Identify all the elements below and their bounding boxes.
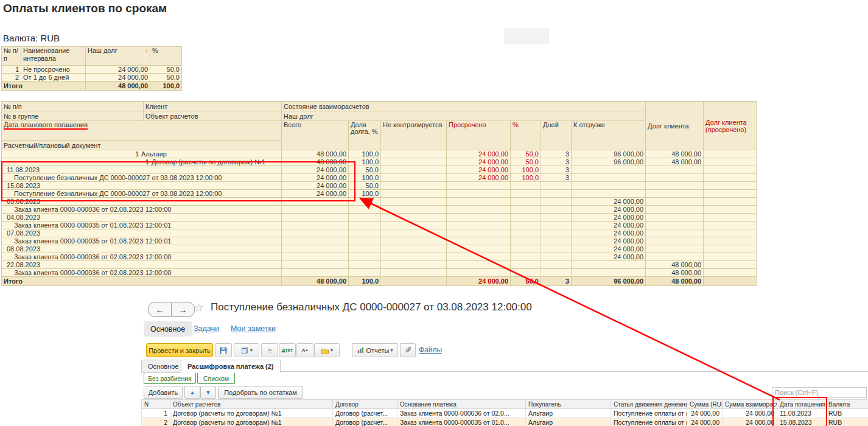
cell-overdue-pct[interactable] (511, 269, 541, 277)
payment-cell[interactable]: Заказ клиента 0000-000035 от 01.0... (397, 418, 526, 426)
summary-row[interactable]: 2От 1 до 6 дней24 000,0050,0 (2, 74, 182, 82)
payment-cell[interactable]: Альтаир (526, 409, 611, 418)
row-label-cell[interactable]: Заказ клиента 0000-000036 от 02.08.2023 … (2, 253, 282, 261)
payment-cell[interactable]: 24 000,00 (723, 418, 777, 426)
cell-client-debt[interactable] (646, 237, 704, 245)
cell-days[interactable] (541, 206, 572, 214)
row-label-cell[interactable]: Поступление безналичных ДС 0000-000027 о… (2, 174, 282, 182)
summary-cell-interval[interactable]: Не просрочено (21, 66, 86, 74)
cell-share[interactable]: 100,0 (349, 150, 381, 158)
cell-not-controlled[interactable] (381, 229, 447, 237)
save-button[interactable] (215, 343, 232, 357)
cell-days[interactable] (541, 245, 572, 253)
payment-row[interactable]: 1Договор (расчеты по договорам) №1Догово… (142, 409, 868, 418)
cell-client-debt[interactable] (646, 190, 704, 198)
cell-to-ship[interactable]: 96 000,00 (572, 150, 646, 158)
main-total-row[interactable]: Итого 48 000,00 100,0 24 000,00 50,0 3 9… (2, 277, 757, 286)
main-row-date[interactable]: 03.08.202324 000,00 (2, 198, 757, 206)
summary-cell-num[interactable]: 2 (2, 74, 21, 82)
payment-cell[interactable]: Договор (расчеты по договорам) №1 (170, 418, 333, 426)
col-header-interval[interactable]: Наименование интервала (21, 47, 86, 66)
cell-client-debt[interactable] (646, 182, 704, 190)
cell-client-debt-overdue[interactable] (704, 237, 757, 245)
tab-payment-details[interactable]: Расшифровка платежа (2) (181, 360, 281, 373)
cell-to-ship[interactable] (572, 174, 646, 182)
row-label-cell[interactable]: 08.08.2023 (2, 245, 282, 253)
pick-by-balance-button[interactable]: Подобрать по остаткам (218, 386, 303, 399)
main-row-doc[interactable]: Заказ клиента 0000-000035 от 01.08.2023 … (2, 222, 757, 229)
row-label-cell[interactable]: 07.08.2023 (2, 229, 282, 237)
payment-col-header[interactable]: N (142, 400, 170, 409)
cell-client-debt-overdue[interactable] (704, 190, 757, 198)
cell-total[interactable] (282, 261, 349, 269)
cell-total[interactable]: 48 000,00 (282, 150, 349, 158)
cell-days[interactable] (541, 214, 572, 222)
payment-cell[interactable]: 24 000,00 (723, 409, 777, 418)
cell-total[interactable] (282, 253, 349, 261)
cell-overdue-pct[interactable] (511, 182, 541, 190)
main-row-date[interactable]: 15.08.202324 000,0050,0 (2, 182, 757, 190)
cell-to-ship[interactable]: 24 000,00 (572, 253, 646, 261)
payment-cell[interactable]: 15.08.2023 (777, 418, 826, 426)
cell-overdue[interactable] (447, 253, 511, 261)
cell-not-controlled[interactable] (381, 253, 447, 261)
main-total-days[interactable]: 3 (541, 277, 572, 286)
main-total-client-debt-overdue[interactable] (704, 277, 757, 286)
payment-cell[interactable]: 24 000,00 (687, 409, 723, 418)
col-header-object[interactable]: Объект расчетов (144, 111, 282, 121)
nav-tab-osnovnoe[interactable]: Основное (144, 321, 192, 337)
nav-forward-button[interactable]: → (171, 302, 195, 317)
view-toggle-no-split[interactable]: Без разбиения (144, 372, 196, 384)
payment-cell[interactable]: Поступление оплаты от клие... (611, 409, 687, 418)
row-label-cell[interactable]: Поступление безналичных ДС 0000-000027 о… (2, 190, 282, 198)
col-header-doc[interactable]: Расчетный/плановый документ (2, 141, 282, 150)
payment-row[interactable]: 2Договор (расчеты по договорам) №1Догово… (142, 418, 868, 426)
payment-cell[interactable]: RUB (826, 418, 868, 426)
cell-total[interactable]: 48 000,00 (282, 158, 349, 166)
cell-share[interactable] (349, 237, 381, 245)
cell-share[interactable] (349, 245, 381, 253)
cell-client-debt[interactable]: 48 000,00 (646, 150, 704, 158)
summary-cell-pct[interactable]: 50,0 (150, 74, 182, 82)
cell-total[interactable] (282, 222, 349, 229)
cell-overdue-pct[interactable] (511, 214, 541, 222)
cell-client-debt-overdue[interactable] (704, 253, 757, 261)
sort-descending-icon[interactable]: ↓ (145, 47, 149, 55)
cell-not-controlled[interactable] (381, 190, 447, 198)
cell-days[interactable]: 3 (541, 158, 572, 166)
cell-client-debt[interactable] (646, 253, 704, 261)
payment-cell[interactable]: 2 (142, 418, 170, 426)
cell-client-debt[interactable]: 48 000,00 (646, 269, 704, 277)
cell-days[interactable] (541, 198, 572, 206)
main-row-date[interactable]: 08.08.202324 000,00 (2, 245, 757, 253)
cell-overdue[interactable] (447, 198, 511, 206)
col-header-client-debt-overdue[interactable]: Долг клиента (просрочено) (704, 102, 757, 150)
cell-to-ship[interactable]: 24 000,00 (572, 245, 646, 253)
summary-total-debt[interactable]: 48 000,00 (86, 82, 150, 91)
cell-overdue[interactable] (447, 190, 511, 198)
cell-overdue-pct[interactable] (511, 222, 541, 229)
cell-total[interactable] (282, 214, 349, 222)
cell-share[interactable] (349, 261, 381, 269)
cell-total[interactable] (282, 198, 349, 206)
cell-client-debt[interactable] (646, 206, 704, 214)
cell-days[interactable] (541, 190, 572, 198)
cell-client-debt-overdue[interactable] (704, 182, 757, 190)
cell-share[interactable]: 100,0 (349, 174, 381, 182)
cell-not-controlled[interactable] (381, 222, 447, 229)
cell-overdue[interactable] (447, 206, 511, 214)
payment-col-header[interactable]: Договор (333, 400, 397, 409)
cell-share[interactable] (349, 222, 381, 229)
cell-not-controlled[interactable] (381, 166, 447, 174)
payment-cell[interactable]: Альтаир (526, 418, 611, 426)
col-header-num[interactable]: № п/п (2, 47, 21, 66)
cell-overdue-pct[interactable] (511, 245, 541, 253)
main-total-client-debt[interactable]: 48 000,00 (646, 277, 704, 286)
cell-overdue-pct[interactable] (511, 198, 541, 206)
payment-col-header[interactable]: Дата погашения (777, 400, 826, 409)
cell-share[interactable]: 100,0 (349, 190, 381, 198)
main-row-doc[interactable]: Заказ клиента 0000-000036 от 02.08.2023 … (2, 206, 757, 214)
search-input[interactable] (772, 387, 867, 398)
cell-to-ship[interactable] (572, 190, 646, 198)
cell-not-controlled[interactable] (381, 158, 447, 166)
